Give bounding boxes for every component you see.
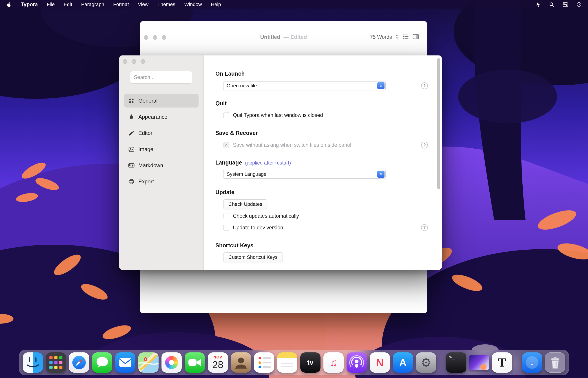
cursor-icon[interactable] <box>535 2 541 7</box>
terminal-prompt-glyph: >_ <box>449 354 455 360</box>
image-icon <box>128 146 135 152</box>
select-stepper-icon <box>377 82 385 89</box>
dev-update-help-icon[interactable]: ? <box>421 224 428 231</box>
calendar-day: 28 <box>212 360 224 370</box>
preferences-window: General Appearance Editor Image <box>119 55 442 270</box>
auto-update-checkbox-row: Check updates automatically <box>223 213 299 219</box>
menu-window[interactable]: Window <box>184 1 202 7</box>
menu-bar: Typora File Edit Paragraph Format View T… <box>0 0 588 9</box>
dock-screenshot-thumbnail[interactable] <box>469 355 489 370</box>
general-icon <box>128 98 135 104</box>
sidebar-item-label: Appearance <box>138 114 167 120</box>
dock: NOV 28 tv ♫ N A ⚙ >_ T ↓ <box>19 350 569 375</box>
save-checkbox-row: Save without asking when switch files on… <box>223 142 351 148</box>
menu-themes[interactable]: Themes <box>157 1 175 7</box>
prefs-zoom-button[interactable] <box>140 59 145 64</box>
dock-podcasts-icon[interactable] <box>347 352 367 373</box>
sidebar-item-general[interactable]: General <box>124 94 198 108</box>
quit-checkbox[interactable] <box>223 112 229 118</box>
dock-downloads-icon[interactable]: ↓ <box>522 352 542 373</box>
control-center-icon[interactable] <box>562 2 568 7</box>
menu-paragraph[interactable]: Paragraph <box>81 1 104 7</box>
dock-launchpad-icon[interactable] <box>46 352 66 373</box>
clock-icon[interactable] <box>576 2 582 7</box>
search-input[interactable] <box>130 71 192 83</box>
tv-glyph: tv <box>307 359 314 366</box>
select-stepper-icon <box>377 171 385 178</box>
export-icon <box>128 178 135 185</box>
app-menu-typora[interactable]: Typora <box>21 1 38 8</box>
menu-help[interactable]: Help <box>211 1 221 7</box>
sidebar-item-export[interactable]: Export <box>124 175 198 188</box>
sidebar-item-editor[interactable]: Editor <box>124 126 198 140</box>
dock-separator <box>517 353 517 371</box>
dock-typora-icon[interactable]: T <box>492 352 512 373</box>
save-checkbox[interactable] <box>223 142 229 148</box>
section-language: Language (applied after restart) <box>215 159 291 166</box>
section-save-recover: Save & Recover <box>215 130 258 136</box>
menu-format[interactable]: Format <box>113 1 129 7</box>
auto-update-checkbox[interactable] <box>223 213 229 219</box>
dock-terminal-icon[interactable]: >_ <box>446 352 466 373</box>
dock-maps-icon[interactable] <box>138 352 159 373</box>
custom-shortcut-keys-button[interactable]: Custom Shortcut Keys <box>223 252 283 262</box>
sidebar-toggle-icon[interactable] <box>412 33 419 41</box>
check-updates-button[interactable]: Check Updates <box>223 199 267 209</box>
dock-mail-icon[interactable] <box>115 352 135 373</box>
dev-update-checkbox[interactable] <box>223 225 229 231</box>
dock-photos-icon[interactable] <box>161 352 182 373</box>
word-count[interactable]: 75 Words <box>370 34 392 40</box>
outline-list-icon[interactable] <box>402 33 409 41</box>
dock-messages-icon[interactable] <box>92 352 112 373</box>
dock-music-icon[interactable]: ♫ <box>323 352 344 373</box>
dock-facetime-icon[interactable] <box>185 352 205 373</box>
markdown-icon <box>128 162 135 169</box>
section-on-launch: On Launch <box>215 70 245 77</box>
auto-update-label: Check updates automatically <box>233 213 299 219</box>
prefs-close-button[interactable] <box>123 59 127 64</box>
dock-appletv-icon[interactable]: tv <box>300 352 321 373</box>
dock-trash-icon[interactable] <box>545 352 565 373</box>
language-value: System Language <box>227 171 266 177</box>
dock-safari-icon[interactable] <box>69 352 89 373</box>
dock-calendar-icon[interactable]: NOV 28 <box>208 352 228 373</box>
calendar-month: NOV <box>213 355 222 359</box>
dock-notes-icon[interactable] <box>277 352 297 373</box>
appearance-icon <box>128 114 135 120</box>
section-shortcut-keys: Shortcut Keys <box>215 242 253 249</box>
dock-news-icon[interactable]: N <box>370 352 390 373</box>
on-launch-select[interactable]: Open new file <box>223 81 386 90</box>
word-count-stepper-icon[interactable] <box>395 34 399 40</box>
apple-menu-icon[interactable] <box>6 2 12 7</box>
dock-appstore-icon[interactable]: A <box>393 352 413 373</box>
dock-contacts-icon[interactable] <box>231 352 251 373</box>
sidebar-item-image[interactable]: Image <box>124 143 198 156</box>
section-quit: Quit <box>215 100 227 107</box>
save-help-icon[interactable]: ? <box>421 142 428 148</box>
sidebar-item-markdown[interactable]: Markdown <box>124 159 198 172</box>
menu-file[interactable]: File <box>47 1 55 7</box>
language-title: Language <box>215 159 242 166</box>
quit-checkbox-row: Quit Typora when last window is closed <box>223 112 323 118</box>
dock-reminders-icon[interactable] <box>254 352 274 373</box>
sidebar-item-label: Markdown <box>138 162 163 169</box>
spotlight-search-icon[interactable] <box>549 2 554 7</box>
sidebar-item-label: Editor <box>138 130 153 136</box>
on-launch-value: Open new file <box>227 83 257 89</box>
save-checkbox-label: Save without asking when switch files on… <box>233 142 351 148</box>
scrollbar[interactable] <box>437 58 440 189</box>
language-select[interactable]: System Language <box>223 170 386 179</box>
menu-view[interactable]: View <box>138 1 148 7</box>
quit-checkbox-label: Quit Typora when last window is closed <box>233 112 323 118</box>
dock-finder-icon[interactable] <box>23 352 43 373</box>
on-launch-help-icon[interactable]: ? <box>421 82 428 89</box>
preferences-nav: General Appearance Editor Image <box>124 94 198 191</box>
prefs-minimize-button[interactable] <box>132 59 136 64</box>
dev-update-label: Update to dev version <box>233 225 283 231</box>
dock-settings-icon[interactable]: ⚙ <box>416 352 436 373</box>
music-note-glyph: ♫ <box>330 356 337 369</box>
language-note: (applied after restart) <box>245 160 291 166</box>
menu-edit[interactable]: Edit <box>64 1 72 7</box>
sidebar-item-appearance[interactable]: Appearance <box>124 110 198 124</box>
sidebar-item-label: General <box>138 98 157 104</box>
